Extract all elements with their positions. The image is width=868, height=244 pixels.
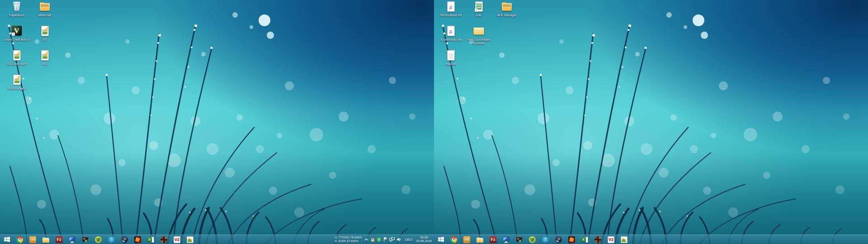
- desktop-icon-ed[interactable]: ED: [31, 25, 59, 42]
- taskbar-app-chrome[interactable]: [13, 235, 26, 244]
- desktop-icons-right: TechnoBase.fm GAL AFK Manager ILoveRadio…: [434, 0, 868, 244]
- taskbar-secondary: O5 Fz S: [434, 235, 868, 244]
- dual-monitor-desktop: Papierkorb Minecraft Grand Theft Auto V …: [0, 0, 868, 244]
- taskbar-app-orange-o5-app[interactable]: O5: [460, 235, 473, 244]
- start-button[interactable]: [434, 235, 447, 244]
- taskbar-app-screenshot-tool[interactable]: [513, 235, 526, 244]
- folder-icon: [500, 1, 514, 13]
- desktop-icon-afk-manager[interactable]: AFK Manager: [493, 1, 521, 17]
- taskbar-app-spotify[interactable]: [526, 235, 539, 244]
- taskbar-app-chrome[interactable]: [447, 235, 460, 244]
- taskbar-app-excel[interactable]: X: [144, 235, 157, 244]
- desktop-icon-label: ILoveRadio.de: [440, 38, 461, 42]
- v2-app-icon: V2: [173, 236, 181, 244]
- pinned-apps-right: O5 Fz S: [447, 235, 631, 244]
- network-icon[interactable]: [389, 237, 395, 242]
- desktop-icon-label: GAL: [476, 14, 482, 17]
- screenshot-tool-icon: [515, 236, 523, 244]
- language-indicator[interactable]: DEU: [404, 238, 413, 242]
- file-explorer-icon: [476, 236, 484, 244]
- taskbar-app-red-orange-app[interactable]: [131, 235, 144, 244]
- spotify-icon: [94, 236, 102, 244]
- taskbar-primary: O5 Fz S: [0, 235, 434, 244]
- red-orange-app-icon: [568, 236, 576, 244]
- clock-date: 23.05.2015: [416, 239, 432, 244]
- folder-icon: [38, 1, 52, 13]
- envelope-icon: [472, 25, 486, 37]
- taskbar-app-filezilla[interactable]: Fz: [52, 235, 66, 244]
- excel-icon: X: [147, 236, 155, 244]
- volume-icon[interactable]: [397, 237, 401, 242]
- desktop-icon-technobase-fm[interactable]: TechnoBase.fm: [437, 1, 465, 17]
- desktop-icon-rechnungen[interactable]: Rechnungen: [3, 74, 31, 90]
- taskbar-app-file-explorer[interactable]: [39, 235, 52, 244]
- media-doc-icon: [444, 1, 458, 13]
- screenshot-tool-icon: [81, 236, 89, 244]
- taskbar-app-red-orange-app[interactable]: [565, 235, 578, 244]
- desktop-icon-iloveradio-de[interactable]: ILoveRadio.de: [437, 25, 465, 42]
- spreadsheet-icon: [472, 1, 486, 13]
- taskbar-app-screenshot-tool[interactable]: [79, 235, 92, 244]
- desktop-icon-label: Your SourceBans Account: [465, 38, 492, 45]
- media-doc-icon: [444, 25, 458, 37]
- windows-start-icon: [4, 237, 10, 242]
- desktop-icon-grand-theft-auto-v[interactable]: Grand Theft Auto V: [3, 25, 31, 42]
- desktop-icon-gal[interactable]: GAL: [465, 1, 493, 17]
- taskbar-app-skype[interactable]: S: [105, 235, 118, 244]
- editor-app-icon: ✎: [620, 236, 628, 244]
- orange-o5-app-icon: O5: [29, 236, 37, 244]
- desktop-icon-minecraft[interactable]: Minecraft: [31, 1, 59, 17]
- taskbar-app-team-fortress-2[interactable]: [591, 235, 604, 244]
- action-center-flag-icon[interactable]: [383, 237, 387, 242]
- taskbar-app-file-explorer[interactable]: [473, 235, 486, 244]
- pc-utility-icon: [502, 236, 510, 244]
- chrome-tray-icon[interactable]: [371, 238, 375, 242]
- green-doc-icon: [38, 50, 52, 61]
- desktop-icon-label: Rechnungen: [8, 87, 26, 90]
- taskbar-app-skype[interactable]: S: [539, 235, 552, 244]
- windows-start-icon: [438, 237, 444, 242]
- taskbar-app-steam[interactable]: [118, 235, 131, 244]
- taskbar-app-filezilla[interactable]: Fz: [486, 235, 500, 244]
- taskbar-app-pc-utility[interactable]: [500, 235, 513, 244]
- taskbar-app-team-fortress-2[interactable]: [157, 235, 170, 244]
- desktop-icon-label: AFK Manager: [497, 14, 516, 17]
- desktop-icon-label: Grand Theft Auto V: [3, 38, 30, 42]
- clock-time: 18:08: [420, 236, 428, 240]
- filezilla-icon: Fz: [55, 236, 63, 244]
- taskbar-app-excel[interactable]: X: [578, 235, 591, 244]
- taskbar-app-editor-app[interactable]: ✎: [184, 235, 197, 244]
- steam-icon: [121, 236, 128, 244]
- status-green-tray-icon[interactable]: [377, 238, 381, 242]
- spotify-icon: [528, 236, 536, 244]
- taskbar-app-spotify[interactable]: [92, 235, 105, 244]
- desktop-icon-mail-txt[interactable]: mail.txt: [437, 50, 465, 66]
- green-doc-icon: [10, 50, 24, 61]
- recycle-bin-icon: [10, 1, 24, 13]
- team-fortress-2-icon: [160, 236, 168, 244]
- taskbar-app-orange-o5-app[interactable]: O5: [26, 235, 39, 244]
- skype-icon: S: [108, 236, 115, 244]
- green-doc-icon: [38, 25, 52, 37]
- orange-o5-app-icon: O5: [463, 236, 471, 244]
- hidden-icons-chevron-icon[interactable]: [364, 238, 368, 241]
- desktop-icon-label: ISS GbR VoIP: [7, 62, 27, 66]
- desktop-icon-iss-gbr-voip[interactable]: ISS GbR VoIP: [3, 50, 31, 66]
- taskbar-app-pc-utility[interactable]: [66, 235, 79, 244]
- system-tray: U: 770040,78 kbit/s D: 8165,10 kbit/s: [335, 235, 433, 244]
- taskbar-app-v2-app[interactable]: V2: [604, 235, 618, 244]
- desktop-icon-your-sourcebans-account[interactable]: Your SourceBans Account: [465, 25, 493, 45]
- monitor-right: TechnoBase.fm GAL AFK Manager ILoveRadio…: [434, 0, 868, 244]
- taskbar-app-editor-app[interactable]: ✎: [618, 235, 631, 244]
- taskbar-app-v2-app[interactable]: V2: [170, 235, 184, 244]
- editor-app-icon: ✎: [186, 236, 194, 244]
- netspeed-monitor[interactable]: U: 770040,78 kbit/s D: 8165,10 kbit/s: [335, 236, 362, 243]
- excel-icon: X: [581, 236, 589, 244]
- taskbar-clock[interactable]: 18:08 23.05.2015: [416, 236, 433, 244]
- tray-icons: [364, 237, 401, 242]
- desktop-icon-bo[interactable]: BO: [31, 50, 59, 66]
- taskbar-app-steam[interactable]: [552, 235, 565, 244]
- netspeed-down: D: 8165,10 kbit/s: [335, 239, 362, 243]
- start-button[interactable]: [0, 235, 13, 244]
- desktop-icon-papierkorb[interactable]: Papierkorb: [3, 1, 31, 17]
